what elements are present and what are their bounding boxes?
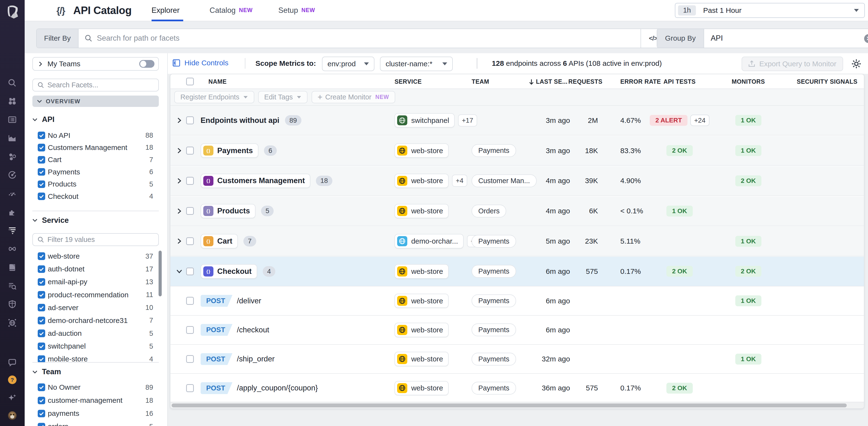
checkbox[interactable] — [38, 144, 45, 151]
tab-catalog[interactable]: CatalogNEW — [210, 0, 253, 21]
row-checkbox[interactable] — [186, 237, 194, 245]
checkbox[interactable] — [38, 265, 45, 273]
api-chip[interactable]: { }Products — [200, 204, 255, 218]
col-requests[interactable]: REQUESTS — [568, 78, 602, 85]
expand-chevron[interactable] — [172, 196, 187, 226]
api-chip[interactable]: { }Customers Management — [200, 174, 310, 188]
ok-badge[interactable]: 1 OK — [735, 115, 762, 126]
team-pill[interactable]: Payments — [472, 353, 516, 366]
chat-icon[interactable] — [7, 358, 18, 368]
team-pill[interactable]: Payments — [472, 294, 516, 307]
checkbox[interactable] — [38, 304, 45, 311]
service-chip[interactable]: web-store — [395, 204, 448, 218]
table-row-cart[interactable]: { }Cart7 demo-orchar...+3Payments5m ago2… — [170, 226, 864, 256]
facet-item-no-owner[interactable]: No Owner 89 — [25, 381, 168, 394]
search-input[interactable] — [92, 29, 641, 48]
log-search-icon[interactable] — [7, 281, 18, 291]
api-chip[interactable]: { }Checkout — [200, 264, 257, 279]
expand-chevron[interactable] — [172, 166, 187, 196]
facet-item-demo-orchard-netcore31[interactable]: demo-orchard-netcore31 7 — [25, 314, 168, 326]
checkbox[interactable] — [38, 291, 45, 299]
team-pill[interactable]: Orders — [472, 205, 506, 218]
table-row-customers-management[interactable]: { }Customers Management18 web-store+4Cus… — [170, 166, 864, 196]
facet-item-payments[interactable]: payments 16 — [25, 407, 168, 420]
select-all-checkbox[interactable] — [186, 78, 194, 85]
facet-item-mobile-store[interactable]: mobile-store 4 — [25, 353, 168, 362]
ok-badge[interactable]: 2 OK — [666, 266, 692, 277]
checkbox[interactable] — [38, 252, 45, 260]
checkbox[interactable] — [38, 423, 45, 426]
service-chip[interactable]: web-store — [395, 323, 448, 337]
row-checkbox[interactable] — [186, 177, 194, 184]
scrollbar-thumb[interactable] — [172, 403, 847, 407]
facet-item-auth-dotnet[interactable]: auth-dotnet 17 — [25, 263, 168, 275]
facet-item-products[interactable]: Products 5 — [25, 178, 168, 190]
table-row-checkout[interactable]: { }Checkout4 web-storePayments6m ago5750… — [170, 257, 864, 286]
service-chip[interactable]: web-store — [395, 352, 448, 366]
col-service[interactable]: SERVICE — [395, 78, 422, 85]
facet-scrollbar[interactable] — [159, 251, 162, 296]
api-chip[interactable]: { }Payments — [200, 143, 258, 158]
avatar[interactable] — [7, 410, 18, 421]
checkbox[interactable] — [38, 156, 45, 164]
horizontal-scrollbar[interactable] — [170, 402, 864, 408]
more-services-chip[interactable]: +4 — [452, 175, 467, 187]
api-catalog-icon[interactable] — [7, 225, 18, 236]
table-row-endpoints-without-api[interactable]: Endpoints without api89 switchpanel+173m… — [170, 106, 864, 136]
table-row-endpoint--deliver[interactable]: POST/deliver web-storePayments6m ago1 OK — [170, 286, 864, 315]
col-security-signals[interactable]: SECURITY SIGNALS — [797, 78, 858, 85]
datadog-logo-icon[interactable] — [4, 3, 21, 20]
facet-group-service[interactable]: Service — [32, 216, 69, 225]
service-chip[interactable]: web-store — [395, 143, 448, 158]
shield-icon[interactable] — [7, 299, 18, 309]
chart-icon[interactable] — [7, 133, 18, 143]
service-chip[interactable]: web-store — [395, 264, 448, 279]
help-icon[interactable]: ? — [7, 375, 18, 385]
ok-badge[interactable]: 1 OK — [735, 236, 762, 247]
alert-badge[interactable]: 2 ALERT — [650, 115, 687, 126]
export-query-button[interactable]: Export Query to Monitor — [742, 57, 843, 71]
expand-chevron[interactable] — [172, 226, 187, 256]
facet-item-customer-management[interactable]: customer-management 18 — [25, 394, 168, 407]
api-chip[interactable]: { }Cart — [200, 234, 238, 248]
row-checkbox[interactable] — [186, 297, 194, 305]
binoculars-icon[interactable] — [7, 96, 18, 107]
checkbox[interactable] — [38, 410, 45, 417]
facet-search-input[interactable]: Search Facets... — [32, 79, 159, 91]
table-row-payments[interactable]: { }Payments6 web-storePayments3m ago18K8… — [170, 136, 864, 166]
facet-item-orders[interactable]: orders 5 — [25, 421, 168, 426]
book-icon[interactable] — [7, 262, 18, 273]
expand-chevron[interactable] — [172, 106, 187, 135]
row-checkbox[interactable] — [186, 384, 194, 392]
table-row-endpoint--checkout[interactable]: POST/checkout web-storePayments6m ago — [170, 316, 864, 345]
service-chip[interactable]: web-store — [395, 381, 448, 395]
team-pill[interactable]: Payments — [472, 323, 516, 336]
facet-item-cart[interactable]: Cart 7 — [25, 153, 168, 166]
search-icon[interactable] — [7, 78, 18, 88]
checkbox[interactable] — [38, 168, 45, 176]
col-name[interactable]: NAME — [208, 78, 226, 85]
checkbox[interactable] — [38, 193, 45, 200]
group-by-control[interactable]: Group By API ✕ — [657, 29, 868, 48]
facet-item-product-recommendation[interactable]: product-recommendation 11 — [25, 289, 168, 301]
facet-item-checkout[interactable]: Checkout 4 — [25, 190, 168, 202]
my-teams-toggle-box[interactable]: My Teams — [32, 57, 159, 71]
facet-item-email-api-py[interactable]: email-api-py 13 — [25, 276, 168, 288]
expand-chevron[interactable] — [172, 136, 187, 165]
gauge-icon[interactable] — [7, 189, 18, 199]
ok-badge[interactable]: 2 OK — [735, 175, 762, 186]
ok-badge[interactable]: 1 OK — [735, 354, 762, 365]
more-alerts-chip[interactable]: +24 — [690, 115, 709, 126]
checkbox[interactable] — [38, 317, 45, 324]
facet-item-payments[interactable]: Payments 6 — [25, 166, 168, 178]
col-last-seen[interactable]: LAST SE... — [529, 78, 567, 85]
table-row-endpoint--ship-order[interactable]: POST/ship_order web-storePayments32m ago… — [170, 345, 864, 374]
table-row-endpoint--apply-coupon-coupon-[interactable]: POST/apply_coupon/{coupon} web-storePaym… — [170, 374, 864, 403]
checkbox[interactable] — [38, 384, 45, 391]
facet-item-ad-server[interactable]: ad-server 10 — [25, 302, 168, 314]
service-chip[interactable]: web-store — [395, 174, 448, 188]
facet-item-switchpanel[interactable]: switchpanel 5 — [25, 340, 168, 352]
row-checkbox[interactable] — [186, 326, 194, 334]
row-checkbox[interactable] — [186, 207, 194, 215]
register-endpoints-button[interactable]: Register Endpoints — [174, 91, 254, 103]
